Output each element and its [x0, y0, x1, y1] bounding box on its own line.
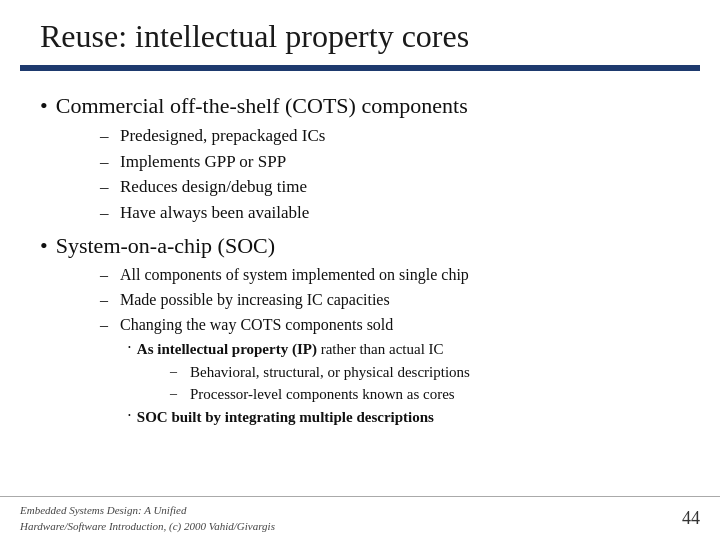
- sub-item-label: Have always been available: [120, 200, 309, 226]
- list-item: – Reduces design/debug time: [100, 174, 680, 200]
- dash-icon: –: [100, 288, 114, 313]
- nested-child-label: Behavioral, structural, or physical desc…: [190, 361, 470, 384]
- normal-text: rather than actual IC: [321, 341, 444, 357]
- footer-citation: Embedded Systems Design: A Unified Hardw…: [20, 503, 275, 534]
- nested-child-label: Processor-level components known as core…: [190, 383, 455, 406]
- section2-sub-bullets: – All components of system implemented o…: [100, 263, 680, 428]
- section2-bullet: • System-on-a-chip (SOC): [40, 233, 680, 259]
- sub-item-label: Changing the way COTS components sold: [120, 313, 393, 338]
- list-item: – Made possible by increasing IC capacit…: [100, 288, 680, 313]
- nested-item-label: SOC built by integrating multiple descri…: [137, 406, 434, 429]
- slide: Reuse: intellectual property cores • Com…: [0, 0, 720, 540]
- bullet-dot-2: •: [40, 233, 48, 259]
- list-item: • SOC built by integrating multiple desc…: [128, 406, 680, 429]
- list-item: – Predesigned, prepackaged ICs: [100, 123, 680, 149]
- sub-item-label: Made possible by increasing IC capacitie…: [120, 288, 390, 313]
- list-item: – Behavioral, structural, or physical de…: [170, 361, 680, 384]
- dash-icon: –: [170, 361, 184, 382]
- sub-item-label: All components of system implemented on …: [120, 263, 469, 288]
- dash-icon: –: [100, 313, 114, 338]
- footer-line2: Hardware/Software Introduction, (c) 2000…: [20, 519, 275, 534]
- footer: Embedded Systems Design: A Unified Hardw…: [0, 496, 720, 540]
- list-item: – Have always been available: [100, 200, 680, 226]
- title-area: Reuse: intellectual property cores: [0, 0, 720, 65]
- sub-item-label: Implements GPP or SPP: [120, 149, 286, 175]
- dash-icon: –: [100, 174, 114, 200]
- sub-item-label: Predesigned, prepackaged ICs: [120, 123, 325, 149]
- list-item: • As intellectual property (IP) rather t…: [128, 338, 680, 361]
- dash-icon: –: [170, 383, 184, 404]
- list-item: – Implements GPP or SPP: [100, 149, 680, 175]
- section2-label: System-on-a-chip (SOC): [56, 233, 275, 259]
- list-item: – Processor-level components known as co…: [170, 383, 680, 406]
- bold-text: As intellectual property (IP): [137, 341, 321, 357]
- section1-label: Commercial off-the-shelf (COTS) componen…: [56, 93, 468, 119]
- dash-icon: –: [100, 200, 114, 226]
- dash-icon: –: [100, 123, 114, 149]
- sub-item-label: Reduces design/debug time: [120, 174, 307, 200]
- section1-sub-bullets: – Predesigned, prepackaged ICs – Impleme…: [100, 123, 680, 225]
- section1-bullet: • Commercial off-the-shelf (COTS) compon…: [40, 93, 680, 119]
- slide-title: Reuse: intellectual property cores: [40, 18, 680, 55]
- dash-icon: –: [100, 263, 114, 288]
- nested-bullets: • As intellectual property (IP) rather t…: [128, 338, 680, 428]
- nested-dot-icon: •: [128, 410, 131, 422]
- dash-icon: –: [100, 149, 114, 175]
- nested-children: – Behavioral, structural, or physical de…: [170, 361, 680, 406]
- list-item: – Changing the way COTS components sold: [100, 313, 680, 338]
- nested-dot-icon: •: [128, 342, 131, 354]
- bullet-dot-1: •: [40, 93, 48, 119]
- page-number: 44: [682, 508, 700, 529]
- nested-item-label: As intellectual property (IP) rather tha…: [137, 338, 444, 361]
- content-area: • Commercial off-the-shelf (COTS) compon…: [0, 71, 720, 496]
- list-item: – All components of system implemented o…: [100, 263, 680, 288]
- footer-line1: Embedded Systems Design: A Unified: [20, 503, 275, 518]
